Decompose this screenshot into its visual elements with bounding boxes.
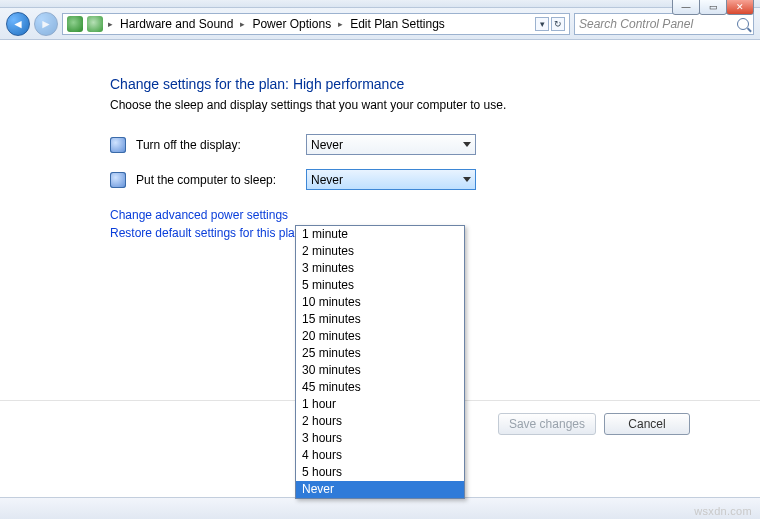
dropdown-option[interactable]: 2 minutes bbox=[296, 243, 464, 260]
dropdown-option[interactable]: 10 minutes bbox=[296, 294, 464, 311]
display-label: Turn off the display: bbox=[136, 138, 296, 152]
addr-dropdown-button[interactable]: ▾ bbox=[535, 17, 549, 31]
back-button[interactable]: ◄ bbox=[6, 12, 30, 36]
dropdown-option[interactable]: 1 hour bbox=[296, 396, 464, 413]
minimize-button[interactable]: — bbox=[672, 0, 700, 15]
search-icon bbox=[737, 18, 749, 30]
sleep-timeout-dropdown[interactable]: 1 minute2 minutes3 minutes5 minutes10 mi… bbox=[295, 225, 465, 499]
breadcrumb[interactable]: Power Options bbox=[250, 17, 333, 31]
crumb-sep-icon: ▸ bbox=[337, 19, 344, 29]
crumb-sep-icon: ▸ bbox=[107, 19, 114, 29]
advanced-settings-link[interactable]: Change advanced power settings bbox=[110, 208, 740, 222]
address-bar[interactable]: ▸ Hardware and Sound ▸ Power Options ▸ E… bbox=[62, 13, 570, 35]
window-controls: — ▭ ✕ bbox=[673, 0, 754, 15]
dropdown-option[interactable]: 1 minute bbox=[296, 226, 464, 243]
title-bar: — ▭ ✕ bbox=[0, 0, 760, 8]
dropdown-option[interactable]: Never bbox=[296, 481, 464, 498]
page-title: Change settings for the plan: High perfo… bbox=[110, 76, 740, 92]
breadcrumb[interactable]: Edit Plan Settings bbox=[348, 17, 447, 31]
chevron-down-icon bbox=[463, 142, 471, 147]
close-button[interactable]: ✕ bbox=[726, 0, 754, 15]
dropdown-option[interactable]: 3 minutes bbox=[296, 260, 464, 277]
back-icon: ◄ bbox=[12, 17, 24, 31]
dropdown-option[interactable]: 5 minutes bbox=[296, 277, 464, 294]
display-timeout-select[interactable]: Never bbox=[306, 134, 476, 155]
dropdown-option[interactable]: 20 minutes bbox=[296, 328, 464, 345]
dropdown-option[interactable]: 4 hours bbox=[296, 447, 464, 464]
chevron-down-icon bbox=[463, 177, 471, 182]
dropdown-option[interactable]: 15 minutes bbox=[296, 311, 464, 328]
search-placeholder: Search Control Panel bbox=[579, 17, 693, 31]
sleep-timeout-value: Never bbox=[311, 173, 343, 187]
sleep-timeout-select[interactable]: Never bbox=[306, 169, 476, 190]
dropdown-option[interactable]: 3 hours bbox=[296, 430, 464, 447]
display-icon bbox=[110, 137, 126, 153]
status-bar bbox=[0, 497, 760, 519]
control-panel-icon bbox=[67, 16, 83, 32]
setting-row-display: Turn off the display: Never bbox=[110, 134, 740, 155]
explorer-nav-row: ◄ ► ▸ Hardware and Sound ▸ Power Options… bbox=[0, 8, 760, 40]
watermark: wsxdn.com bbox=[694, 505, 752, 517]
crumb-sep-icon: ▸ bbox=[239, 19, 246, 29]
refresh-button[interactable]: ↻ bbox=[551, 17, 565, 31]
breadcrumb[interactable]: Hardware and Sound bbox=[118, 17, 235, 31]
maximize-button[interactable]: ▭ bbox=[699, 0, 727, 15]
dropdown-option[interactable]: 2 hours bbox=[296, 413, 464, 430]
forward-button[interactable]: ► bbox=[34, 12, 58, 36]
search-input[interactable]: Search Control Panel bbox=[574, 13, 754, 35]
dropdown-option[interactable]: 5 hours bbox=[296, 464, 464, 481]
cancel-button[interactable]: Cancel bbox=[604, 413, 690, 435]
display-timeout-value: Never bbox=[311, 138, 343, 152]
page-subtitle: Choose the sleep and display settings th… bbox=[110, 98, 740, 112]
category-icon bbox=[87, 16, 103, 32]
dropdown-option[interactable]: 45 minutes bbox=[296, 379, 464, 396]
setting-row-sleep: Put the computer to sleep: Never bbox=[110, 169, 740, 190]
dropdown-option[interactable]: 30 minutes bbox=[296, 362, 464, 379]
dropdown-option[interactable]: 25 minutes bbox=[296, 345, 464, 362]
forward-icon: ► bbox=[40, 17, 52, 31]
sleep-label: Put the computer to sleep: bbox=[136, 173, 296, 187]
save-button[interactable]: Save changes bbox=[498, 413, 596, 435]
sleep-icon bbox=[110, 172, 126, 188]
